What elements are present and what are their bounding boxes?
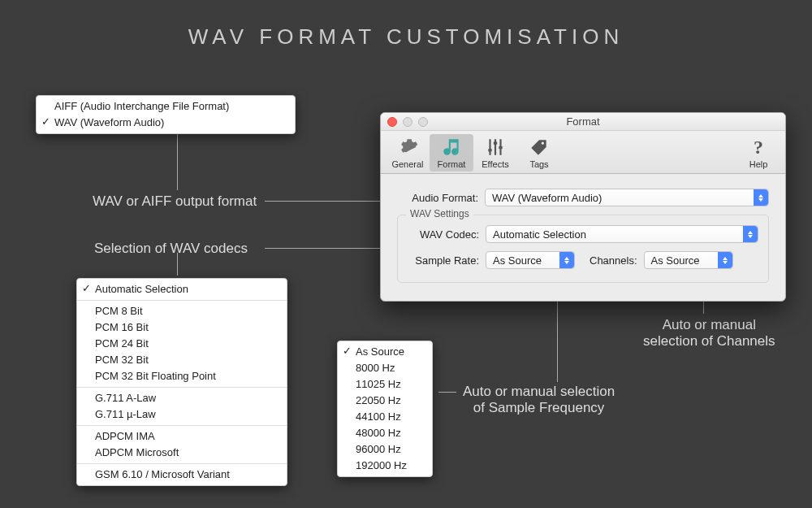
rate-option[interactable]: 96000 Hz	[338, 441, 432, 458]
page-title: WAV FORMAT CUSTOMISATION	[0, 0, 812, 50]
select-value: Automatic Selection	[493, 228, 586, 241]
codec-option[interactable]: PCM 32 Bit Floating Point	[77, 368, 287, 384]
connector-line	[265, 248, 395, 249]
menu-item-label: 192000 Hz	[356, 459, 407, 471]
menu-item-label: PCM 32 Bit Floating Point	[95, 370, 216, 382]
sample-rate-select[interactable]: As Source	[486, 251, 575, 269]
format-option-aiff[interactable]: AIFF (Audio Interchange File Format)	[37, 98, 295, 115]
menu-separator	[77, 300, 287, 301]
menu-item-label: ADPCM Microsoft	[95, 446, 179, 458]
codec-option[interactable]: PCM 24 Bit	[77, 336, 287, 352]
rate-option[interactable]: 192000 Hz	[338, 458, 432, 474]
codec-option[interactable]: ADPCM Microsoft	[77, 445, 287, 461]
select-value: As Source	[651, 254, 700, 267]
annotation-output-format: WAV or AIFF output format	[93, 193, 257, 210]
svg-text:?: ?	[754, 137, 763, 158]
panel-body: Audio Format: WAV (Waveform Audio) WAV S…	[381, 174, 785, 301]
tab-label: Format	[438, 159, 466, 169]
codec-option[interactable]: ✓Automatic Selection	[77, 281, 287, 297]
tab-tags[interactable]: Tags	[517, 134, 561, 172]
rate-option[interactable]: 44100 Hz	[338, 409, 432, 425]
codec-option[interactable]: ADPCM IMA	[77, 428, 287, 445]
connector-line	[438, 392, 456, 393]
wav-codec-select[interactable]: Automatic Selection	[486, 225, 758, 243]
channels-select[interactable]: As Source	[644, 251, 733, 269]
chevron-up-down-icon	[754, 189, 768, 206]
menu-item-label: G.711 A-Law	[95, 392, 156, 404]
help-icon: ?	[748, 137, 769, 158]
select-value: As Source	[493, 254, 542, 267]
svg-rect-4	[494, 142, 497, 145]
menu-item-label: 96000 Hz	[356, 443, 401, 455]
menu-item-label: 48000 Hz	[356, 427, 401, 439]
codec-popup-menu: ✓Automatic Selection PCM 8 Bit PCM 16 Bi…	[76, 278, 287, 486]
menu-item-label: PCM 32 Bit	[95, 354, 149, 366]
menu-item-label: As Source	[356, 345, 404, 358]
sample-rate-popup-menu: ✓As Source 8000 Hz 11025 Hz 22050 Hz 441…	[337, 341, 433, 477]
menu-separator	[77, 463, 287, 464]
tab-format[interactable]: Format	[430, 134, 473, 172]
menu-item-label: AIFF (Audio Interchange File Format)	[54, 100, 229, 112]
codec-option[interactable]: G.711 A-Law	[77, 390, 287, 406]
sample-rate-label: Sample Rate:	[408, 254, 486, 267]
menu-item-label: WAV (Waveform Audio)	[54, 116, 164, 128]
menu-item-label: G.711 µ-Law	[95, 408, 156, 420]
menu-item-label: PCM 24 Bit	[95, 337, 149, 350]
codec-option[interactable]: G.711 µ-Law	[77, 406, 287, 423]
annotation-channels: Auto or manual selection of Channels	[643, 317, 775, 350]
svg-rect-5	[499, 146, 502, 149]
codec-option[interactable]: GSM 6.10 / Microsoft Variant	[77, 467, 287, 483]
rate-option[interactable]: ✓As Source	[338, 344, 432, 360]
rate-option[interactable]: 22050 Hz	[338, 393, 432, 409]
codec-option[interactable]: PCM 8 Bit	[77, 303, 287, 319]
menu-item-label: 11025 Hz	[356, 378, 401, 390]
menu-item-label: 8000 Hz	[356, 362, 395, 374]
window-toolbar: General Format Effects Tags ? Help	[381, 131, 785, 174]
codec-option[interactable]: PCM 16 Bit	[77, 319, 287, 336]
rate-option[interactable]: 8000 Hz	[338, 360, 432, 376]
check-icon: ✓	[343, 344, 352, 358]
close-button[interactable]	[387, 117, 397, 127]
tag-icon	[529, 137, 550, 158]
music-note-icon	[441, 137, 462, 158]
menu-separator	[77, 425, 287, 426]
group-title: WAV Settings	[406, 208, 473, 219]
format-option-wav[interactable]: ✓WAV (Waveform Audio)	[37, 115, 295, 131]
tab-label: Effects	[482, 159, 508, 169]
chevron-up-down-icon	[743, 226, 758, 242]
menu-item-label: PCM 16 Bit	[95, 321, 149, 333]
zoom-button[interactable]	[418, 117, 428, 127]
tab-general[interactable]: General	[386, 134, 430, 172]
sliders-icon	[485, 137, 506, 158]
menu-item-label: PCM 8 Bit	[95, 305, 143, 317]
window-title: Format	[566, 115, 599, 128]
menu-item-label: GSM 6.10 / Microsoft Variant	[95, 468, 230, 480]
annotation-codecs: Selection of WAV codecs	[94, 241, 248, 257]
audio-format-select[interactable]: WAV (Waveform Audio)	[485, 189, 769, 206]
menu-separator	[77, 387, 287, 388]
help-label: Help	[749, 159, 768, 169]
menu-item-label: Automatic Selection	[95, 283, 188, 295]
connector-line	[177, 133, 178, 190]
rate-option[interactable]: 48000 Hz	[338, 425, 432, 441]
channels-label: Channels:	[590, 254, 637, 267]
check-icon: ✓	[41, 115, 50, 129]
wav-settings-group: WAV Settings WAV Codec: Automatic Select…	[397, 215, 769, 283]
minimize-button[interactable]	[403, 117, 412, 127]
help-button[interactable]: ? Help	[736, 134, 780, 172]
tab-label: General	[391, 159, 423, 169]
connector-line	[265, 201, 395, 202]
wav-codec-label: WAV Codec:	[408, 228, 486, 241]
menu-item-label: 22050 Hz	[356, 394, 401, 406]
tab-label: Tags	[529, 159, 548, 169]
tab-effects[interactable]: Effects	[473, 134, 517, 172]
chevron-up-down-icon	[718, 252, 732, 268]
codec-option[interactable]: PCM 32 Bit	[77, 352, 287, 368]
rate-option[interactable]: 11025 Hz	[338, 376, 432, 393]
audio-format-label: Audio Format:	[397, 192, 485, 204]
menu-item-label: ADPCM IMA	[95, 430, 155, 442]
gear-icon	[397, 137, 418, 158]
format-popup-menu: AIFF (Audio Interchange File Format) ✓WA…	[36, 95, 296, 134]
check-icon: ✓	[82, 281, 91, 296]
window-titlebar: Format	[381, 113, 785, 131]
